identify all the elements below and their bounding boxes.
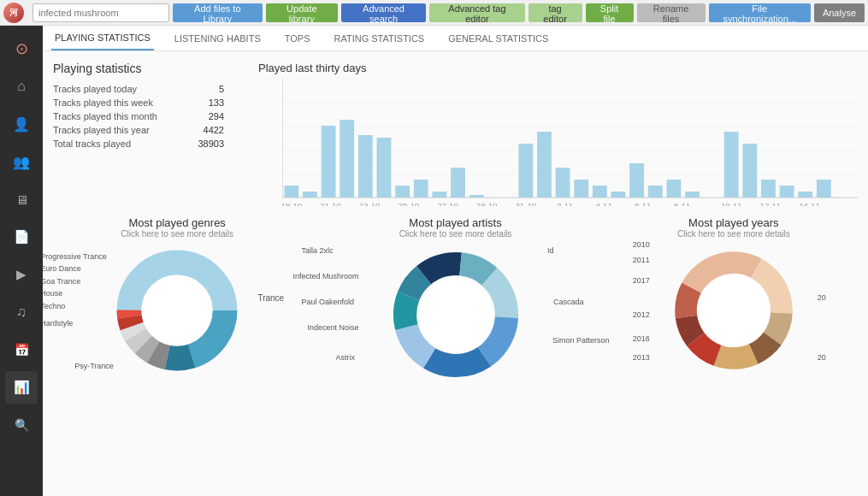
label-2012: 2012 <box>633 310 650 319</box>
tab-tops[interactable]: TOPS <box>281 26 314 50</box>
svg-rect-26 <box>556 168 570 198</box>
sidebar-icon-person[interactable]: 👤 <box>5 108 38 140</box>
stat-label-today: Tracks played today <box>53 84 137 94</box>
genre-label-trance: Trance <box>257 293 284 303</box>
svg-rect-25 <box>537 132 552 198</box>
svg-rect-27 <box>574 180 588 198</box>
content-area: Playing statistics Tracks played today 5… <box>43 51 868 496</box>
svg-text:21-10: 21-10 <box>320 202 341 206</box>
stat-label-total: Total tracks played <box>53 139 131 149</box>
stat-label-month: Tracks played this month <box>53 111 157 121</box>
file-sync-button[interactable]: File synchronization... <box>709 3 811 22</box>
svg-text:31-10: 31-10 <box>516 202 537 206</box>
label-simon: Simon Patterson <box>552 336 610 345</box>
svg-rect-48 <box>780 186 794 198</box>
svg-point-63 <box>142 275 213 345</box>
sidebar: ⊙ ⌂ 👤 👥 🖥 📄 ▶ ♫ 📅 📊 🔍 <box>0 26 43 496</box>
search-input[interactable] <box>32 3 169 22</box>
years-chart-title: Most played years <box>688 216 779 229</box>
svg-rect-19 <box>395 186 410 198</box>
toolbar: 河 Add files to Library Update library Ad… <box>0 0 868 26</box>
tab-general-statistics[interactable]: GENERAL STATISTICS <box>445 26 552 50</box>
artists-chart-title: Most played artists <box>409 216 501 229</box>
svg-rect-47 <box>761 180 776 198</box>
stat-value-week: 133 <box>181 97 224 108</box>
main-content: PLAYING STATISTICS LISTENING HABITS TOPS… <box>43 26 868 496</box>
label-20b: 20 <box>818 353 826 362</box>
analyse-button[interactable]: Analyse <box>814 3 865 22</box>
sidebar-icon-stats[interactable]: 📊 <box>5 371 38 404</box>
sidebar-icon-calendar[interactable]: 📅 <box>5 334 38 366</box>
tab-playing-statistics[interactable]: PLAYING STATISTICS <box>51 26 154 50</box>
label-id: Id <box>547 246 554 255</box>
svg-text:27-10: 27-10 <box>437 202 458 206</box>
svg-text:4-11: 4-11 <box>596 202 612 206</box>
svg-rect-49 <box>798 192 812 198</box>
artists-chart-section[interactable]: Most played artists Click here to see mo… <box>306 216 604 486</box>
artists-donut-svg <box>383 242 528 387</box>
tab-listening-habits[interactable]: LISTENING HABITS <box>171 26 264 50</box>
svg-rect-16 <box>340 120 354 198</box>
svg-rect-30 <box>629 163 644 198</box>
label-indecent: Indecent Noise <box>308 323 359 332</box>
stat-value-total: 38903 <box>181 139 224 149</box>
label-2010: 2010 <box>633 240 650 249</box>
stat-value-month: 294 <box>181 111 224 121</box>
playing-stats-title: Playing statistics <box>53 62 224 75</box>
advanced-search-button[interactable]: Advanced search <box>341 3 426 22</box>
sidebar-icon-doc[interactable]: 📄 <box>5 221 38 253</box>
svg-rect-33 <box>685 192 700 198</box>
svg-text:2-11: 2-11 <box>557 202 573 206</box>
svg-rect-15 <box>322 126 336 198</box>
label-2017: 2017 <box>633 276 650 285</box>
svg-text:8-11: 8-11 <box>674 202 690 206</box>
sidebar-icon-monitor[interactable]: 🖥 <box>5 183 38 216</box>
sidebar-icon-search[interactable]: 🔍 <box>5 409 38 441</box>
svg-rect-21 <box>432 192 446 198</box>
update-library-button[interactable]: Update library <box>266 3 338 22</box>
sidebar-icon-people[interactable]: 👥 <box>5 145 38 178</box>
add-files-button[interactable]: Add files to Library <box>173 3 263 22</box>
top-row: Playing statistics Tracks played today 5… <box>53 62 858 208</box>
stat-value-year: 4422 <box>181 125 224 135</box>
years-chart-section[interactable]: Most played years Click here to see more… <box>610 216 858 486</box>
label-astrix: Astrix <box>336 353 356 362</box>
stat-label-year: Tracks played this year <box>53 125 150 135</box>
label-20a: 20 <box>818 293 826 302</box>
sidebar-icon-play[interactable]: ▶ <box>5 258 38 291</box>
genres-chart-title: Most played genres <box>128 216 225 229</box>
svg-text:25-10: 25-10 <box>399 202 420 206</box>
tag-editor-button[interactable]: tag editor <box>528 3 582 22</box>
played-thirty-days-chart[interactable]: Played last thirty days 100 80 60 40 20 … <box>233 62 858 208</box>
label-2013: 2013 <box>633 353 650 362</box>
logo-area: 河 <box>3 3 24 23</box>
sidebar-icon-logo[interactable]: ⊙ <box>5 32 38 65</box>
genres-labels-left: Progressive Trance Euro Dance Goa Trance… <box>43 251 107 329</box>
tab-rating-statistics[interactable]: RATING STATISTICS <box>330 26 428 50</box>
genre-label-psy: Psy-Trance <box>74 362 114 370</box>
svg-rect-28 <box>593 186 607 198</box>
rename-files-button[interactable]: Rename files <box>637 3 706 22</box>
svg-rect-22 <box>451 168 465 198</box>
label-2011: 2011 <box>633 256 650 264</box>
svg-rect-31 <box>648 186 663 198</box>
svg-text:23-10: 23-10 <box>359 202 381 206</box>
split-file-button[interactable]: Split file <box>586 3 634 22</box>
svg-rect-20 <box>414 180 428 198</box>
bottom-charts-row: Most played genres Click here to see mor… <box>53 216 858 486</box>
stat-year: Tracks played this year 4422 <box>53 123 224 137</box>
sidebar-icon-home[interactable]: ⌂ <box>5 70 38 103</box>
svg-rect-46 <box>742 144 757 198</box>
stat-label-week: Tracks played this week <box>53 97 153 108</box>
sidebar-icon-music[interactable]: ♫ <box>5 296 38 328</box>
stat-month: Tracks played this month 294 <box>53 109 224 123</box>
svg-rect-45 <box>724 132 739 198</box>
stat-total: Total tracks played 38903 <box>53 137 224 151</box>
advanced-tag-editor-button[interactable]: Advanced tag editor <box>429 3 524 22</box>
label-cascada: Cascada <box>553 298 584 306</box>
genres-chart-section[interactable]: Most played genres Click here to see mor… <box>53 216 301 486</box>
svg-rect-14 <box>303 192 317 198</box>
svg-rect-32 <box>666 180 681 198</box>
svg-rect-18 <box>377 138 392 198</box>
svg-point-81 <box>698 275 769 345</box>
